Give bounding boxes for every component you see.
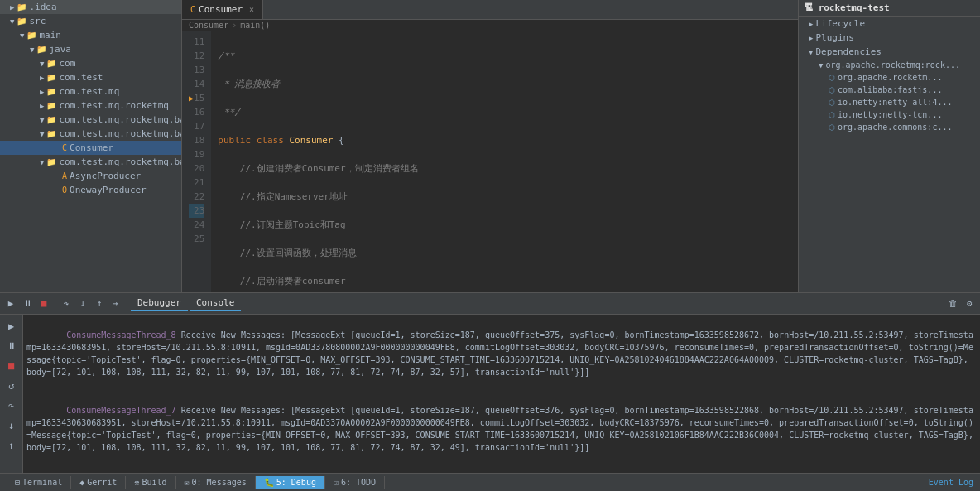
collapse-arrow: ▼ <box>40 158 44 166</box>
sidebar-rerun-btn[interactable]: ↺ <box>3 378 20 394</box>
right-tree-dep-5[interactable]: ⬡ io.netty:netty-tcn... <box>799 108 980 121</box>
right-panel: 🏗 rocketmq-test ▶ Lifecycle ▶ Plugins ▼ … <box>798 0 980 292</box>
collapse-arrow: ▼ <box>40 60 44 68</box>
event-log-link[interactable]: Event Log <box>929 478 973 487</box>
step-into-button[interactable]: ↓ <box>75 296 90 311</box>
code-content[interactable]: /** * 消息接收者 **/ public class Consumer { … <box>211 31 798 292</box>
tree-item-label: .idea <box>29 2 56 12</box>
execution-arrow: ▶ <box>189 94 194 103</box>
tree-item-java[interactable]: ▼ 📁 java <box>0 42 181 56</box>
todo-label: 6: TODO <box>341 478 376 487</box>
right-panel-title: 🏗 <box>804 2 813 13</box>
folder-icon: 📁 <box>46 101 56 110</box>
collapse-arrow: ▶ <box>40 88 44 96</box>
right-panel-title-text: rocketmq-test <box>819 2 890 13</box>
sidebar-resume-btn[interactable]: ▶ <box>3 318 20 335</box>
debug-label: 5: Debug <box>276 478 316 487</box>
tree-item-label: AsyncProducer <box>70 171 141 181</box>
right-tree-plugins[interactable]: ▶ Plugins <box>799 31 980 45</box>
right-item-label: io.netty:netty-all:4... <box>838 98 952 107</box>
tree-item-label: com.test.mq.rocketmq.base <box>59 114 182 125</box>
sidebar-step-over-btn[interactable]: ↷ <box>3 397 20 414</box>
build-tab[interactable]: ⚒ Build <box>126 476 175 489</box>
debug-toolbar: ▶ ⏸ ■ ↷ ↓ ↑ ⇥ Debugger Console 🗑 ⚙ <box>0 293 980 315</box>
messages-icon: ✉ <box>185 478 190 487</box>
console-line-2: ConsumeMessageThread_7 Receive New Messa… <box>26 392 977 466</box>
stop-button[interactable]: ■ <box>36 296 51 311</box>
sidebar-step-out-btn[interactable]: ↑ <box>3 437 20 454</box>
sidebar-stop-btn[interactable]: ■ <box>3 358 20 374</box>
tab-label: Consumer <box>199 4 243 15</box>
tree-item-com[interactable]: ▼ 📁 com <box>0 56 181 70</box>
tree-item-base[interactable]: ▼ 📁 com.test.mq.rocketmq.base <box>0 113 181 127</box>
resume-button[interactable]: ▶ <box>3 296 18 311</box>
tree-item-rocketmq[interactable]: ▶ 📁 com.test.mq.rocketmq <box>0 99 181 113</box>
tree-item-label: java <box>49 44 71 55</box>
run-to-cursor-button[interactable]: ⇥ <box>108 296 123 311</box>
messages-label: 0: Messages <box>192 478 247 487</box>
tree-item-onewayproducer[interactable]: O OnewayProducer <box>0 183 181 197</box>
collapse-arrow: ▼ <box>40 130 44 138</box>
gerrit-tab[interactable]: ◆ Gerrit <box>71 476 126 489</box>
separator <box>55 297 55 310</box>
todo-tab[interactable]: ☑ 6: TODO <box>325 476 385 489</box>
tree-item-src[interactable]: ▼ 📁 src <box>0 14 181 28</box>
console-clear-button[interactable]: 🗑 <box>945 296 960 311</box>
close-tab-icon[interactable]: × <box>249 5 254 14</box>
right-tree-dep-6[interactable]: ⬡ org.apache.commons:c... <box>799 121 980 133</box>
tree-item-consumer[interactable]: C Consumer <box>0 141 181 155</box>
code-area: 11 12 13 14 ▶15 16 17 18 19 20 21 22 23 … <box>182 31 798 292</box>
breadcrumb: Consumer › main() <box>182 20 798 31</box>
debug-sidebar: ▶ ⏸ ■ ↺ ↷ ↓ ↑ <box>0 315 23 473</box>
right-tree-dep-3[interactable]: ⬡ com.alibaba:fastjs... <box>799 84 980 96</box>
step-out-button[interactable]: ↑ <box>92 296 107 311</box>
debug-status-tab[interactable]: 🐛 5: Debug <box>256 476 325 489</box>
tree-item-label: src <box>29 16 46 26</box>
collapse-arrow: ▼ <box>10 17 14 26</box>
collapse-arrow: ▼ <box>40 116 44 124</box>
tree-item-label: com.test.mq.rocketmq.base.producer <box>59 156 182 167</box>
dep-icon: ⬡ <box>829 99 835 107</box>
tree-item-label: com.test <box>59 72 103 83</box>
sidebar-pause-btn[interactable]: ⏸ <box>3 338 20 354</box>
right-tree-dep-1[interactable]: ▼ org.apache.rocketmq:rock... <box>799 59 980 71</box>
status-bar: ⊞ Terminal ◆ Gerrit ⚒ Build ✉ 0: Message… <box>0 473 980 491</box>
terminal-icon: ⊞ <box>15 478 20 487</box>
tree-item-comtestmq[interactable]: ▶ 📁 com.test.mq <box>0 84 181 99</box>
file-tree: ▶ 📁 .idea ▼ 📁 src ▼ 📁 main ▼ 📁 java ▼ 📁 … <box>0 0 182 292</box>
pause-button[interactable]: ⏸ <box>20 296 35 311</box>
terminal-tab[interactable]: ⊞ Terminal <box>7 476 71 489</box>
dep-icon: ⬡ <box>829 86 835 94</box>
debug-tab-console[interactable]: Console <box>190 296 241 311</box>
tree-item-consumer-pkg[interactable]: ▼ 📁 com.test.mq.rocketmq.base.consumer <box>0 127 181 141</box>
collapse-arrow: ▼ <box>809 48 813 56</box>
right-tree-deps[interactable]: ▼ Dependencies <box>799 45 980 59</box>
right-tree-dep-4[interactable]: ⬡ io.netty:netty-all:4... <box>799 96 980 108</box>
tree-item-idea[interactable]: ▶ 📁 .idea <box>0 0 181 14</box>
debugger-tab-label: Debugger <box>137 297 181 308</box>
sidebar-step-into-btn[interactable]: ↓ <box>3 417 20 434</box>
tree-item-main[interactable]: ▼ 📁 main <box>0 28 181 42</box>
tree-item-label: com.test.mq.rocketmq <box>59 100 168 111</box>
folder-icon: 📁 <box>46 87 56 96</box>
java-tab-icon: C <box>190 5 195 14</box>
breadcrumb-consumer[interactable]: Consumer <box>189 21 228 30</box>
tree-item-label: Consumer <box>70 142 113 153</box>
right-tree-lifecycle[interactable]: ▶ Lifecycle <box>799 17 980 31</box>
folder-icon: 📁 <box>17 17 26 26</box>
tree-item-asyncproducer[interactable]: A AsyncProducer <box>0 169 181 183</box>
editor-tab-consumer[interactable]: C Consumer × <box>182 0 263 19</box>
tree-item-comtest[interactable]: ▶ 📁 com.test <box>0 70 181 84</box>
terminal-label: Terminal <box>22 478 62 487</box>
step-over-button[interactable]: ↷ <box>59 296 74 311</box>
messages-tab[interactable]: ✉ 0: Messages <box>176 476 256 489</box>
settings-button[interactable]: ⚙ <box>962 296 977 311</box>
debug-tab-debugger[interactable]: Debugger <box>131 296 188 311</box>
right-tree-dep-2[interactable]: ⬡ org.apache.rocketm... <box>799 71 980 84</box>
breadcrumb-main[interactable]: main() <box>240 21 270 30</box>
right-item-label: org.apache.rocketm... <box>838 73 942 82</box>
tree-item-producer-pkg[interactable]: ▼ 📁 com.test.mq.rocketmq.base.producer <box>0 155 181 169</box>
debug-icon: 🐛 <box>264 478 274 487</box>
debug-content[interactable]: ConsumeMessageThread_8 Receive New Messa… <box>23 315 980 473</box>
folder-icon: 📁 <box>46 59 56 68</box>
